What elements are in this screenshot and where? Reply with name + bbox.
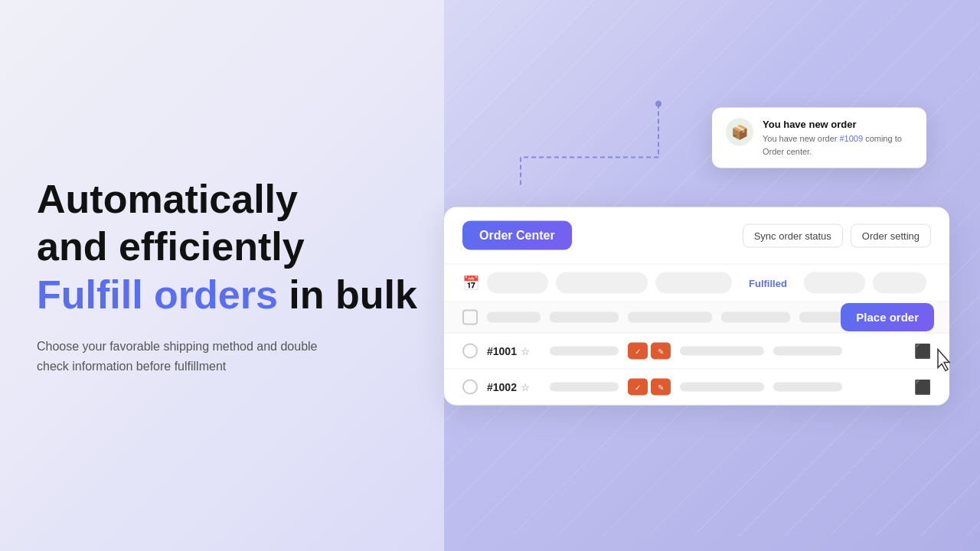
notification-icon: 📦 bbox=[726, 119, 753, 146]
row-1-col2 bbox=[680, 347, 764, 356]
col-header-4 bbox=[721, 312, 790, 323]
row-2-action-icon[interactable]: ⬛ bbox=[914, 379, 931, 396]
panel-header: Order Center Sync order status Order set… bbox=[444, 207, 949, 264]
badge-check-2: ✓ bbox=[628, 379, 648, 396]
headline-highlight: Fulfill orders bbox=[37, 272, 278, 317]
order-panel: Order Center Sync order status Order set… bbox=[444, 207, 949, 406]
table-row: #1001 ☆ ✓ ✎ ⬛ bbox=[444, 334, 949, 370]
badge-edit-1: ✎ bbox=[651, 343, 671, 360]
notification-title: You have new order bbox=[763, 119, 913, 130]
col-header-3 bbox=[628, 312, 712, 323]
headline: Automatically and efficiently Fulfill or… bbox=[37, 175, 417, 318]
right-section: 📦 You have new order You have new order … bbox=[444, 177, 949, 375]
fulfilled-filter[interactable]: Fulfilled bbox=[740, 274, 796, 292]
order-2-id: #1002 ☆ bbox=[487, 381, 541, 393]
row-1-checkbox[interactable] bbox=[462, 344, 478, 359]
filter-pill-1[interactable] bbox=[487, 272, 548, 294]
row-1-badges: ✓ ✎ bbox=[628, 343, 671, 360]
table-row: #1002 ☆ ✓ ✎ ⬛ bbox=[444, 370, 949, 406]
table-header: Place order bbox=[444, 302, 949, 334]
notification-content: You have new order You have new order #1… bbox=[763, 119, 913, 158]
select-all-checkbox[interactable] bbox=[462, 310, 478, 325]
headline-line2: and efficiently bbox=[37, 224, 305, 269]
filter-bar: 📅 Fulfilled bbox=[444, 264, 949, 302]
subtext-line1: Choose your favorable shipping method an… bbox=[37, 340, 317, 353]
row-2-badges: ✓ ✎ bbox=[628, 379, 671, 396]
left-section: Automatically and efficiently Fulfill or… bbox=[37, 175, 417, 376]
subtext-line2: check information before fulfillment bbox=[37, 360, 226, 373]
col-header-1 bbox=[487, 312, 541, 323]
row-1-col1 bbox=[550, 347, 619, 356]
notification-card: 📦 You have new order You have new order … bbox=[712, 108, 926, 168]
order-setting-button[interactable]: Order setting bbox=[851, 223, 931, 247]
filter-pill-3[interactable] bbox=[655, 272, 732, 294]
row-2-checkbox[interactable] bbox=[462, 380, 478, 395]
star-icon-1[interactable]: ☆ bbox=[521, 345, 530, 357]
filter-pill-2[interactable] bbox=[556, 272, 648, 294]
sync-order-button[interactable]: Sync order status bbox=[743, 223, 843, 247]
row-1-col3 bbox=[773, 347, 842, 356]
notif-body-prefix: You have new order bbox=[763, 134, 840, 143]
row-2-col1 bbox=[550, 383, 619, 392]
row-2-col2 bbox=[680, 383, 764, 392]
row-1-action-icon[interactable]: ⬛ bbox=[914, 343, 931, 360]
connector-svg bbox=[513, 96, 666, 188]
star-icon-2[interactable]: ☆ bbox=[521, 381, 530, 393]
header-actions: Sync order status Order setting bbox=[743, 223, 931, 247]
svg-point-0 bbox=[655, 101, 662, 107]
order-1-id: #1001 ☆ bbox=[487, 345, 541, 357]
subtext: Choose your favorable shipping method an… bbox=[37, 337, 358, 376]
cursor bbox=[934, 348, 957, 379]
row-2-col3 bbox=[773, 383, 842, 392]
headline-line3-rest: in bulk bbox=[278, 272, 417, 317]
notif-body-link[interactable]: #1009 bbox=[840, 134, 864, 143]
col-header-2 bbox=[550, 312, 619, 323]
filter-pill-5[interactable] bbox=[873, 272, 926, 294]
order-center-button[interactable]: Order Center bbox=[462, 221, 572, 250]
place-order-button[interactable]: Place order bbox=[841, 303, 934, 331]
calendar-icon: 📅 bbox=[462, 275, 479, 292]
headline-line1: Automatically bbox=[37, 177, 298, 221]
filter-pill-4[interactable] bbox=[804, 272, 865, 294]
notification-body: You have new order #1009 coming to Order… bbox=[763, 132, 913, 158]
badge-edit-2: ✎ bbox=[651, 379, 671, 396]
badge-check-1: ✓ bbox=[628, 343, 648, 360]
